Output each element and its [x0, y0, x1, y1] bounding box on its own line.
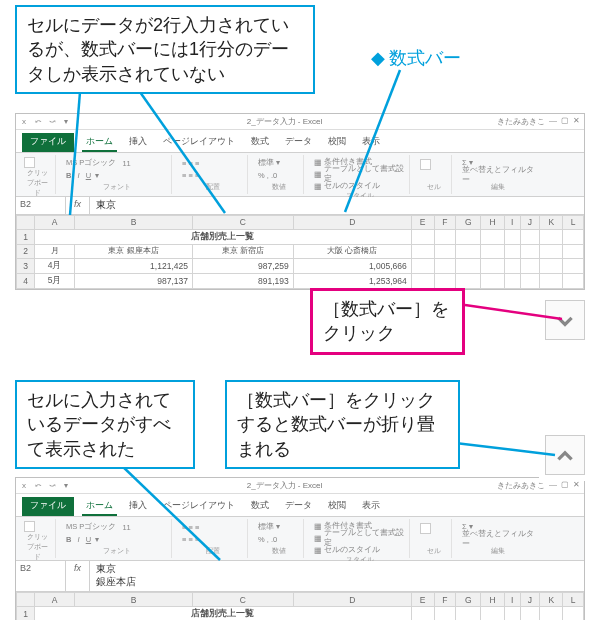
tab-layout[interactable]: ページレイアウト: [159, 133, 239, 152]
formula-bar[interactable]: 東京: [90, 197, 584, 214]
tab-review[interactable]: 校閲: [324, 497, 350, 516]
diamond-text: 数式バー: [389, 46, 461, 70]
tab-review[interactable]: 校閲: [324, 133, 350, 152]
fx-icon[interactable]: fx: [66, 561, 90, 591]
callout-3: セルに入力されているデータがすべて表示された: [15, 380, 195, 469]
excel-title: 2_データ入力 - Excel: [72, 116, 497, 127]
callout-4-text: ［数式バー］をクリックすると数式バーが折り畳まれる: [237, 390, 435, 459]
btn-cell-style[interactable]: セルのスタイル: [324, 181, 380, 191]
callout-2: ［数式バー］をクリック: [310, 288, 465, 355]
excel-icon: x: [18, 117, 30, 126]
tab-view[interactable]: 表示: [358, 497, 384, 516]
tab-file[interactable]: ファイル: [22, 133, 74, 152]
name-box[interactable]: B2: [16, 561, 66, 591]
diamond-formula-bar: 数式バー: [363, 42, 469, 74]
font-name[interactable]: MS Pゴシック: [66, 158, 116, 168]
tab-formula[interactable]: 数式: [247, 133, 273, 152]
user-name: きたみあきこ: [497, 116, 545, 127]
callout-3-text: セルに入力されているデータがすべて表示された: [27, 390, 171, 459]
tab-view[interactable]: 表示: [358, 133, 384, 152]
formula-bar-collapse-button[interactable]: [545, 435, 585, 475]
min-icon[interactable]: —: [549, 116, 557, 127]
table-row: 34月1,121,425987,2591,005,666: [17, 258, 584, 273]
formula-bar-expanded[interactable]: 東京 銀座本店: [90, 561, 584, 591]
worksheet-1[interactable]: ABCDEFGHIJKL 1店舗別売上一覧 2月東京 銀座本店東京 新宿店大阪 …: [16, 215, 584, 289]
fx-icon[interactable]: fx: [66, 197, 90, 214]
tab-layout[interactable]: ページレイアウト: [159, 497, 239, 516]
name-box[interactable]: B2: [16, 197, 66, 214]
user-name: きたみあきこ: [497, 480, 545, 491]
ribbon-tabs: ファイル ホーム 挿入 ページレイアウト 数式 データ 校閲 表示: [16, 130, 584, 153]
excel-window-1: x⤺⤻▾ 2_データ入力 - Excel きたみあきこ—▢✕ ファイル ホーム …: [15, 113, 585, 290]
close-icon[interactable]: ✕: [573, 116, 580, 127]
grp-align: 配置: [182, 182, 243, 192]
grp-font: フォント: [66, 182, 167, 192]
callout-1: セルにデータが2行入力されているが、数式バーには1行分のデータしか表示されていな…: [15, 5, 315, 94]
close-icon[interactable]: ✕: [573, 480, 580, 491]
tab-file[interactable]: ファイル: [22, 497, 74, 516]
excel-icon: x: [18, 481, 30, 490]
formula-bar-expand-button[interactable]: [545, 300, 585, 340]
grp-clipboard: クリップボード: [24, 168, 51, 198]
excel-title: 2_データ入力 - Excel: [72, 480, 497, 491]
tab-formula[interactable]: 数式: [247, 497, 273, 516]
callout-4: ［数式バー］をクリックすると数式バーが折り畳まれる: [225, 380, 460, 469]
tab-home[interactable]: ホーム: [82, 497, 117, 516]
worksheet-2[interactable]: ABCDEFGHIJKL 1店舗別売上一覧 2月東京 銀座本店東京 新宿店大阪 …: [16, 592, 584, 620]
min-icon[interactable]: —: [549, 480, 557, 491]
max-icon[interactable]: ▢: [561, 480, 569, 491]
font-size[interactable]: 11: [122, 159, 130, 168]
tab-insert[interactable]: 挿入: [125, 133, 151, 152]
tab-home[interactable]: ホーム: [82, 133, 117, 152]
grp-number: 数値: [258, 182, 299, 192]
max-icon[interactable]: ▢: [561, 116, 569, 127]
formula-bar-row-1: B2 fx 東京: [16, 197, 584, 215]
table-row: 45月987,137891,1931,253,964: [17, 273, 584, 288]
tab-data[interactable]: データ: [281, 497, 316, 516]
callout-1-text: セルにデータが2行入力されているが、数式バーには1行分のデータしか表示されていな…: [27, 15, 289, 84]
grp-edit: 編集: [462, 182, 534, 192]
tab-insert[interactable]: 挿入: [125, 497, 151, 516]
excel-window-2: x⤺⤻▾ 2_データ入力 - Excel きたみあきこ—▢✕ ファイル ホーム …: [15, 477, 585, 620]
ribbon: クリップボード MS Pゴシック 11B I U ▾フォント ≡ ≡ ≡≡ ≡ …: [16, 153, 584, 197]
tab-data[interactable]: データ: [281, 133, 316, 152]
callout-2-text: ［数式バー］をクリック: [323, 299, 449, 343]
grp-cell: セル: [420, 182, 447, 192]
table-title: 店舗別売上一覧: [35, 229, 412, 244]
